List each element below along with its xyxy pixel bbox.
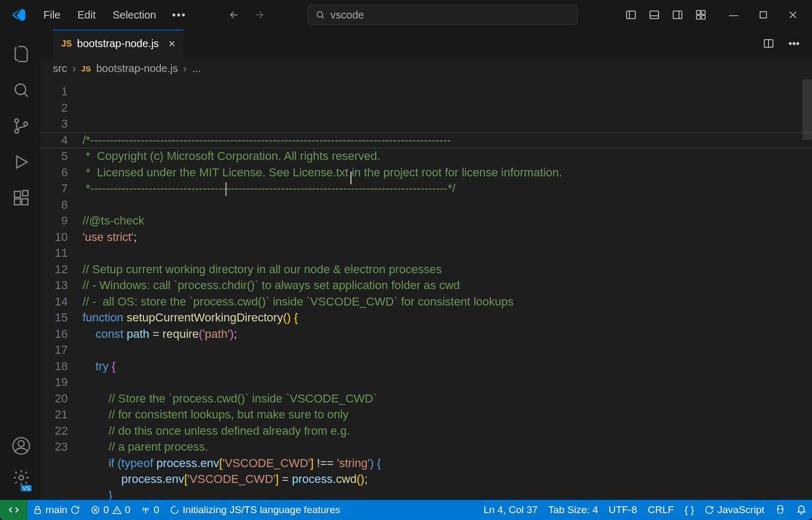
activity-bar: VS [0,30,40,500]
remote-indicator[interactable] [0,500,28,520]
tab-size[interactable]: Tab Size: 4 [543,504,603,516]
menu-edit[interactable]: Edit [71,6,102,24]
breadcrumb-file[interactable]: bootstrap-node.js [96,62,178,75]
svg-rect-6 [697,15,700,19]
svg-point-19 [19,476,23,480]
svg-rect-8 [760,12,766,18]
command-center[interactable]: vscode [308,5,578,25]
svg-point-10 [14,119,18,123]
problems[interactable]: 0 0 [85,500,136,520]
svg-point-9 [15,84,25,95]
accounts-icon[interactable] [4,430,36,462]
branch-name: main [46,504,67,516]
breadcrumb-suffix: ... [192,62,201,75]
chevron-right-icon: › [183,62,187,75]
svg-point-11 [14,129,18,133]
lock-icon [33,505,42,515]
svg-rect-13 [14,191,20,197]
svg-rect-4 [697,11,700,14]
menu-bar: File Edit Selection ••• [37,6,192,24]
status-bar: main 0 0 0 Initializing JS/TS language f… [0,500,812,520]
settings-badge: VS [21,485,32,491]
svg-rect-21 [35,509,41,514]
maximize-button[interactable] [748,4,778,25]
svg-point-12 [23,122,27,125]
tabs-bar: JS bootstrap-node.js × ••• [40,30,812,57]
explorer-icon[interactable] [4,38,36,70]
menu-overflow[interactable]: ••• [167,6,192,24]
svg-rect-1 [627,11,636,19]
svg-rect-14 [14,199,20,204]
scrollbar[interactable] [802,79,812,140]
radio-tower-icon [141,505,150,515]
editor[interactable]: 1234567891011121314151617181920212223 /*… [40,79,812,500]
svg-point-23 [145,508,147,510]
settings-gear-icon[interactable]: VS [4,462,36,494]
js-file-icon: JS [81,64,91,73]
extensions-icon[interactable] [4,182,36,214]
chevron-right-icon: › [73,62,76,75]
customize-layout-icon[interactable] [691,5,710,24]
tab-bootstrap-node[interactable]: JS bootstrap-node.js × [53,30,184,57]
sync-icon[interactable] [70,505,80,515]
language-mode[interactable]: JavaScript [699,504,770,516]
search-activity-icon[interactable] [4,74,36,106]
js-file-icon: JS [61,39,72,49]
minimize-button[interactable]: — [719,4,748,25]
git-branch[interactable]: main [28,500,85,520]
svg-point-0 [317,12,323,17]
more-actions-icon[interactable]: ••• [784,34,804,53]
notifications-icon[interactable] [791,504,812,515]
nav-forward-icon[interactable] [249,4,270,25]
run-debug-icon[interactable] [4,146,36,178]
svg-rect-7 [701,15,705,19]
source-control-icon[interactable] [4,110,36,142]
error-icon [91,505,100,515]
toggle-sidebar-icon[interactable] [621,5,640,24]
toggle-secondary-sidebar-icon[interactable] [668,5,687,24]
ports[interactable]: 0 [136,500,165,520]
warning-icon [112,505,122,515]
search-text: vscode [330,9,364,21]
breadcrumb-folder[interactable]: src [53,62,67,75]
svg-rect-16 [22,191,28,196]
sync-icon [705,505,714,515]
line-numbers: 1234567891011121314151617181920212223 [40,79,83,500]
error-count: 0 [103,504,109,516]
language-mode-braces[interactable]: { } [679,504,699,516]
nav-back-icon[interactable] [223,4,245,25]
svg-rect-5 [701,11,705,14]
init-text: Initializing JS/TS language features [183,504,340,516]
menu-selection[interactable]: Selection [106,6,163,24]
tab-close-icon[interactable]: × [168,37,175,51]
cursor-position[interactable]: Ln 4, Col 37 [478,504,543,516]
warning-count: 0 [125,504,131,516]
title-bar: File Edit Selection ••• vscode — [0,0,812,30]
svg-point-17 [18,441,24,446]
breadcrumb[interactable]: src › JS bootstrap-node.js › ... [40,57,812,79]
search-icon [315,10,325,20]
copilot-icon[interactable] [770,504,791,515]
split-editor-icon[interactable] [759,34,778,53]
language-init[interactable]: Initializing JS/TS language features [165,500,346,520]
toggle-panel-icon[interactable] [645,5,664,24]
close-button[interactable] [778,4,808,25]
ports-count: 0 [154,504,159,516]
tab-filename: bootstrap-node.js [77,38,159,50]
loading-icon [170,505,179,515]
language-text: JavaScript [717,504,764,516]
menu-file[interactable]: File [37,6,67,24]
encoding[interactable]: UTF-8 [603,504,643,516]
code-content[interactable]: /*--------------------------------------… [83,79,812,500]
svg-rect-15 [22,199,28,204]
eol[interactable]: CRLF [643,504,680,516]
text-cursor-icon [350,172,351,184]
vscode-logo-icon [11,6,28,23]
svg-rect-3 [673,11,682,19]
svg-rect-2 [650,11,659,19]
